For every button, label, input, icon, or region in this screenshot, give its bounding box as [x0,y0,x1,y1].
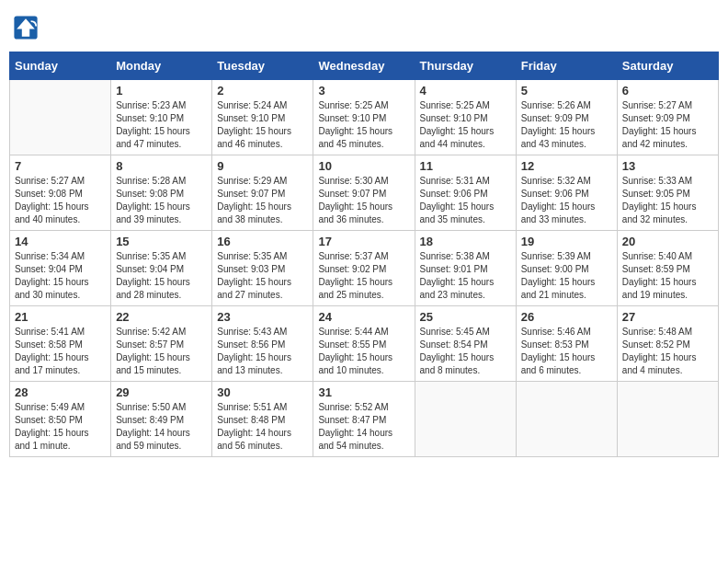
day-number: 16 [217,235,308,248]
day-info: Sunrise: 5:40 AM Sunset: 8:59 PM Dayligh… [622,250,713,302]
day-info: Sunrise: 5:29 AM Sunset: 9:07 PM Dayligh… [217,175,308,226]
day-info: Sunrise: 5:51 AM Sunset: 8:48 PM Dayligh… [217,401,308,453]
logo [13,15,42,40]
day-info: Sunrise: 5:43 AM Sunset: 8:56 PM Dayligh… [217,326,308,377]
day-info: Sunrise: 5:27 AM Sunset: 9:09 PM Dayligh… [622,99,713,151]
day-number: 31 [318,385,409,399]
weekday-header-row: SundayMondayTuesdayWednesdayThursdayFrid… [10,52,719,80]
day-number: 21 [15,310,106,324]
calendar-cell: 19Sunrise: 5:39 AM Sunset: 9:00 PM Dayli… [516,231,617,306]
calendar-cell: 30Sunrise: 5:51 AM Sunset: 8:48 PM Dayli… [212,382,313,457]
calendar: SundayMondayTuesdayWednesdayThursdayFrid… [9,52,719,457]
weekday-header-wednesday: Wednesday [313,52,415,80]
day-info: Sunrise: 5:46 AM Sunset: 8:53 PM Dayligh… [521,326,612,377]
calendar-cell [415,382,516,457]
week-row-3: 14Sunrise: 5:34 AM Sunset: 9:04 PM Dayli… [10,231,719,306]
day-info: Sunrise: 5:34 AM Sunset: 9:04 PM Dayligh… [15,250,106,302]
day-info: Sunrise: 5:28 AM Sunset: 9:08 PM Dayligh… [116,175,207,226]
weekday-header-thursday: Thursday [415,52,516,80]
day-number: 24 [318,310,409,324]
day-number: 7 [15,159,106,173]
day-info: Sunrise: 5:30 AM Sunset: 9:07 PM Dayligh… [318,175,409,226]
calendar-cell [516,382,617,457]
calendar-cell: 18Sunrise: 5:38 AM Sunset: 9:01 PM Dayli… [415,231,516,306]
calendar-cell: 26Sunrise: 5:46 AM Sunset: 8:53 PM Dayli… [516,306,617,382]
calendar-cell: 16Sunrise: 5:35 AM Sunset: 9:03 PM Dayli… [212,231,313,306]
day-number: 25 [420,310,511,324]
day-number: 17 [318,235,409,248]
day-info: Sunrise: 5:27 AM Sunset: 9:08 PM Dayligh… [15,175,106,226]
calendar-cell: 28Sunrise: 5:49 AM Sunset: 8:50 PM Dayli… [10,382,111,457]
day-number: 3 [318,84,409,98]
day-number: 4 [420,84,511,98]
calendar-cell: 14Sunrise: 5:34 AM Sunset: 9:04 PM Dayli… [10,231,111,306]
calendar-cell: 4Sunrise: 5:25 AM Sunset: 9:10 PM Daylig… [415,80,516,155]
calendar-cell: 31Sunrise: 5:52 AM Sunset: 8:47 PM Dayli… [313,382,415,457]
day-info: Sunrise: 5:48 AM Sunset: 8:52 PM Dayligh… [622,326,713,377]
day-info: Sunrise: 5:35 AM Sunset: 9:03 PM Dayligh… [217,250,308,302]
calendar-cell: 17Sunrise: 5:37 AM Sunset: 9:02 PM Dayli… [313,231,415,306]
calendar-cell: 5Sunrise: 5:26 AM Sunset: 9:09 PM Daylig… [516,80,617,155]
day-number: 15 [116,235,207,248]
week-row-1: 1Sunrise: 5:23 AM Sunset: 9:10 PM Daylig… [10,80,719,155]
calendar-cell [617,382,718,457]
calendar-cell: 27Sunrise: 5:48 AM Sunset: 8:52 PM Dayli… [617,306,718,382]
day-number: 22 [116,310,207,324]
day-info: Sunrise: 5:45 AM Sunset: 8:54 PM Dayligh… [420,326,511,377]
day-info: Sunrise: 5:26 AM Sunset: 9:09 PM Dayligh… [521,99,612,151]
day-info: Sunrise: 5:37 AM Sunset: 9:02 PM Dayligh… [318,250,409,302]
day-number: 27 [622,310,713,324]
day-number: 30 [217,385,308,399]
logo-icon [13,15,39,40]
day-info: Sunrise: 5:25 AM Sunset: 9:10 PM Dayligh… [420,99,511,151]
week-row-2: 7Sunrise: 5:27 AM Sunset: 9:08 PM Daylig… [10,155,719,231]
calendar-cell: 9Sunrise: 5:29 AM Sunset: 9:07 PM Daylig… [212,155,313,231]
calendar-cell: 23Sunrise: 5:43 AM Sunset: 8:56 PM Dayli… [212,306,313,382]
day-number: 9 [217,159,308,173]
day-number: 1 [116,84,207,98]
day-info: Sunrise: 5:49 AM Sunset: 8:50 PM Dayligh… [15,401,106,453]
day-number: 18 [420,235,511,248]
day-info: Sunrise: 5:41 AM Sunset: 8:58 PM Dayligh… [15,326,106,377]
day-number: 13 [622,159,713,173]
weekday-header-saturday: Saturday [617,52,718,80]
day-info: Sunrise: 5:32 AM Sunset: 9:06 PM Dayligh… [521,175,612,226]
day-info: Sunrise: 5:50 AM Sunset: 8:49 PM Dayligh… [116,401,207,453]
day-number: 10 [318,159,409,173]
calendar-cell: 8Sunrise: 5:28 AM Sunset: 9:08 PM Daylig… [111,155,212,231]
weekday-header-sunday: Sunday [10,52,111,80]
day-info: Sunrise: 5:35 AM Sunset: 9:04 PM Dayligh… [116,250,207,302]
calendar-cell: 11Sunrise: 5:31 AM Sunset: 9:06 PM Dayli… [415,155,516,231]
calendar-cell: 24Sunrise: 5:44 AM Sunset: 8:55 PM Dayli… [313,306,415,382]
weekday-header-tuesday: Tuesday [212,52,313,80]
day-number: 29 [116,385,207,399]
calendar-cell: 7Sunrise: 5:27 AM Sunset: 9:08 PM Daylig… [10,155,111,231]
calendar-cell: 1Sunrise: 5:23 AM Sunset: 9:10 PM Daylig… [111,80,212,155]
day-number: 11 [420,159,511,173]
day-number: 28 [15,385,106,399]
calendar-cell: 3Sunrise: 5:25 AM Sunset: 9:10 PM Daylig… [313,80,415,155]
day-number: 5 [521,84,612,98]
calendar-cell: 20Sunrise: 5:40 AM Sunset: 8:59 PM Dayli… [617,231,718,306]
week-row-5: 28Sunrise: 5:49 AM Sunset: 8:50 PM Dayli… [10,382,719,457]
day-number: 12 [521,159,612,173]
day-number: 19 [521,235,612,248]
day-info: Sunrise: 5:52 AM Sunset: 8:47 PM Dayligh… [318,401,409,453]
calendar-cell: 21Sunrise: 5:41 AM Sunset: 8:58 PM Dayli… [10,306,111,382]
calendar-cell: 15Sunrise: 5:35 AM Sunset: 9:04 PM Dayli… [111,231,212,306]
calendar-cell: 25Sunrise: 5:45 AM Sunset: 8:54 PM Dayli… [415,306,516,382]
calendar-cell: 6Sunrise: 5:27 AM Sunset: 9:09 PM Daylig… [617,80,718,155]
weekday-header-friday: Friday [516,52,617,80]
calendar-cell: 12Sunrise: 5:32 AM Sunset: 9:06 PM Dayli… [516,155,617,231]
day-info: Sunrise: 5:39 AM Sunset: 9:00 PM Dayligh… [521,250,612,302]
day-number: 6 [622,84,713,98]
calendar-cell [10,80,111,155]
day-info: Sunrise: 5:42 AM Sunset: 8:57 PM Dayligh… [116,326,207,377]
day-number: 2 [217,84,308,98]
day-info: Sunrise: 5:33 AM Sunset: 9:05 PM Dayligh… [622,175,713,226]
day-info: Sunrise: 5:24 AM Sunset: 9:10 PM Dayligh… [217,99,308,151]
weekday-header-monday: Monday [111,52,212,80]
day-info: Sunrise: 5:31 AM Sunset: 9:06 PM Dayligh… [420,175,511,226]
day-info: Sunrise: 5:23 AM Sunset: 9:10 PM Dayligh… [116,99,207,151]
day-number: 23 [217,310,308,324]
